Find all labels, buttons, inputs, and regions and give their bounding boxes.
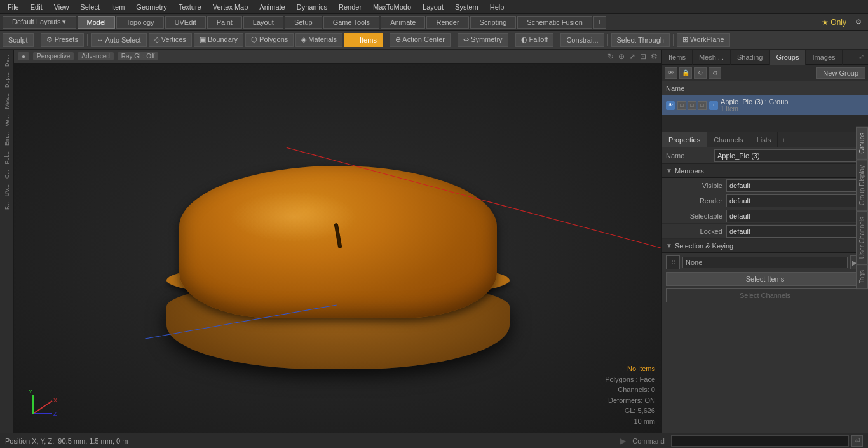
menu-maxtomodo[interactable]: MaxToModo (368, 2, 416, 12)
groups-tool-lock[interactable]: 🔒 (679, 67, 692, 79)
viewport[interactable]: ● Perspective Advanced Ray GL: Off ↻ ⊕ ⤢… (14, 50, 661, 433)
materials-button[interactable]: ◈ Materials (295, 33, 342, 47)
boundary-button[interactable]: ▣ Boundary (194, 33, 243, 47)
tab-schematic-fusion[interactable]: Schematic Fusion (517, 16, 592, 29)
tab-render[interactable]: Render (426, 16, 468, 29)
tab-uvedit[interactable]: UVEdit (165, 16, 206, 29)
sidebar-label-uv[interactable]: UV... (3, 182, 11, 199)
menu-vertex-map[interactable]: Vertex Map (208, 2, 254, 12)
action-center-button[interactable]: ⊕ Action Center (390, 33, 451, 47)
tab-model[interactable]: Model (78, 16, 116, 29)
sidebar-label-de[interactable]: De... (3, 52, 11, 69)
sidebar-label-ve[interactable]: Ve... (3, 112, 11, 129)
menu-help[interactable]: Help (485, 2, 510, 12)
sidebar-label-em[interactable]: Em... (3, 130, 11, 148)
tab-add[interactable]: + (593, 16, 606, 29)
sel-keying-section-header[interactable]: ▼ Selection & Keying (662, 239, 868, 253)
prop-locked-dropdown[interactable]: default ▼ (726, 225, 864, 238)
presets-button[interactable]: ⚙ Presets (41, 33, 84, 47)
group-item-apple-pie[interactable]: 👁 □ □ □ + Apple_Pie (3) : Group 1 Item (662, 95, 868, 116)
menu-select[interactable]: Select (75, 2, 105, 12)
rp-tab-items[interactable]: Items (662, 50, 693, 65)
auto-select-button[interactable]: ↔ Auto Select (91, 33, 147, 47)
sidebar-label-f[interactable]: F... (3, 200, 11, 212)
tab-setup[interactable]: Setup (285, 16, 322, 29)
sidebar-label-pol[interactable]: Pol... (3, 149, 11, 167)
viewport-perspective[interactable]: Perspective (33, 52, 74, 60)
viewport-fit-icon[interactable]: ⊡ (639, 52, 648, 61)
menu-texture[interactable]: Texture (173, 2, 207, 12)
menu-dynamics[interactable]: Dynamics (292, 2, 332, 12)
sculpt-button[interactable]: Sculpt (3, 33, 34, 47)
menu-system[interactable]: System (450, 2, 484, 12)
menu-edit[interactable]: Edit (25, 2, 48, 12)
command-prompt-icon[interactable]: ▶ (620, 437, 626, 445)
menu-geometry[interactable]: Geometry (131, 2, 172, 12)
prop-tab-add[interactable]: + (778, 136, 789, 144)
vtab-user-channels[interactable]: User Channels (856, 211, 868, 264)
pie-model (147, 115, 529, 382)
prop-tab-properties[interactable]: Properties (662, 132, 707, 147)
rp-tab-mesh[interactable]: Mesh ... (693, 50, 731, 65)
prop-visible-dropdown[interactable]: default ▼ (726, 179, 864, 192)
viewport-settings-icon[interactable]: ⚙ (649, 52, 659, 61)
group-ctrl-3[interactable]: □ (698, 101, 707, 110)
groups-tool-eye[interactable]: 👁 (665, 67, 677, 79)
group-visibility-icon[interactable]: 👁 (666, 101, 675, 110)
tab-default-layouts[interactable]: Default Layouts ▾ (3, 16, 76, 29)
group-ctrl-1[interactable]: □ (677, 101, 686, 110)
menu-item[interactable]: Item (106, 2, 130, 12)
groups-tool-settings[interactable]: ⚙ (709, 67, 721, 79)
falloff-button[interactable]: ◐ Falloff (515, 33, 554, 47)
new-group-button[interactable]: New Group (816, 67, 865, 79)
rp-tab-expand-icon[interactable]: ⤢ (855, 53, 868, 61)
tab-layout[interactable]: Layout (243, 16, 283, 29)
prop-tab-lists[interactable]: Lists (750, 132, 778, 147)
group-ctrl-2[interactable]: □ (688, 101, 696, 110)
command-input[interactable] (671, 435, 849, 447)
workplane-button[interactable]: ⊞ WorkPlane (677, 33, 730, 47)
viewport-raygl[interactable]: Ray GL: Off (118, 52, 159, 60)
polygons-button[interactable]: ⬡ Polygons (245, 33, 294, 47)
prop-render-dropdown[interactable]: default ▼ (726, 194, 864, 207)
viewport-rotate-icon[interactable]: ↻ (606, 52, 615, 61)
vtab-groups[interactable]: Groups (856, 127, 868, 160)
vertices-button[interactable]: ◇ Vertices (149, 33, 192, 47)
menu-layout[interactable]: Layout (417, 2, 449, 12)
menu-file[interactable]: File (3, 2, 24, 12)
viewport-canvas[interactable]: X Z Y No Items Polygons : Face Channels:… (14, 64, 661, 433)
groups-tool-refresh[interactable]: ↻ (694, 67, 707, 79)
menu-render[interactable]: Render (334, 2, 367, 12)
tab-topology[interactable]: Topology (116, 16, 163, 29)
tab-scripting[interactable]: Scripting (470, 16, 517, 29)
star-only[interactable]: ★ Only (818, 18, 850, 27)
select-items-button[interactable]: Select Items (666, 272, 864, 286)
symmetry-button[interactable]: ⇔ Symmetry (458, 33, 508, 47)
prop-tab-channels[interactable]: Channels (707, 132, 750, 147)
tab-paint[interactable]: Paint (207, 16, 242, 29)
viewport-pan-icon[interactable]: ⤢ (628, 52, 637, 61)
constraints-button[interactable]: Constrai... (560, 33, 604, 47)
menu-animate[interactable]: Animate (254, 2, 290, 12)
tab-animate[interactable]: Animate (381, 16, 425, 29)
select-through-button[interactable]: Select Through (611, 33, 670, 47)
members-section-header[interactable]: ▼ Members (662, 164, 868, 178)
rp-tab-shading[interactable]: Shading (731, 50, 770, 65)
viewport-advanced[interactable]: Advanced (78, 52, 113, 60)
prop-selectable-dropdown[interactable]: default ▼ (726, 210, 864, 222)
vtab-tags[interactable]: Tags (856, 264, 868, 289)
rp-tab-groups[interactable]: Groups (770, 50, 806, 65)
menu-view[interactable]: View (49, 2, 74, 12)
items-button[interactable]: Items (344, 33, 383, 47)
sidebar-label-dup[interactable]: Dup... (3, 70, 11, 90)
tab-game-tools[interactable]: Game Tools (323, 16, 380, 29)
sidebar-label-mes[interactable]: Mes... (3, 91, 11, 112)
viewport-zoom-icon[interactable]: ⊕ (617, 52, 626, 61)
vtab-group-display[interactable]: Group Display (856, 160, 868, 211)
command-run-button[interactable]: ⏎ (851, 435, 863, 447)
prop-name-input[interactable] (714, 149, 864, 162)
select-channels-button[interactable]: Select Channels (666, 288, 864, 302)
sidebar-label-c[interactable]: C... (3, 167, 11, 181)
tab-settings-icon[interactable]: ⚙ (851, 18, 865, 26)
rp-tab-images[interactable]: Images (806, 50, 842, 65)
